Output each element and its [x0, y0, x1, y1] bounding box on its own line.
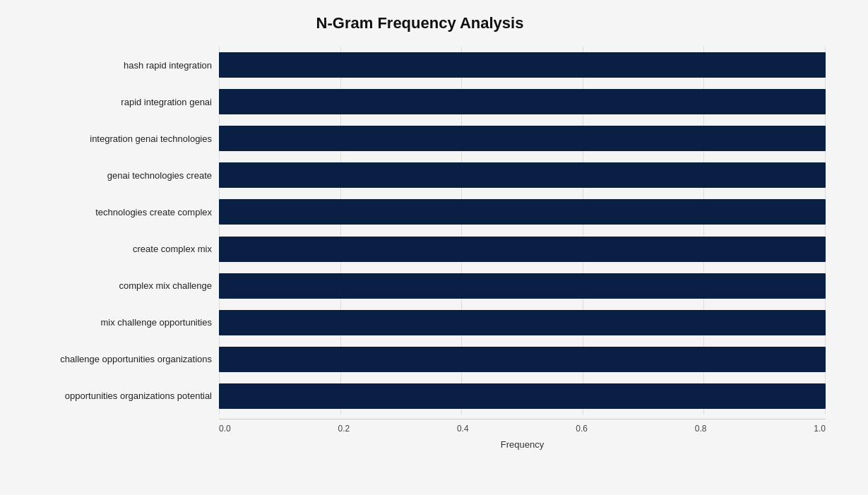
bar-label: opportunities organizations potential: [14, 390, 219, 401]
bar-row: genai technologies create: [14, 157, 826, 193]
bar-label: create complex mix: [14, 244, 219, 254]
bar-label: rapid integration genai: [14, 97, 219, 107]
bar-row: challenge opportunities organizations: [14, 341, 826, 378]
bar-wrapper: [219, 304, 826, 341]
chart-container: N-Gram Frequency Analysis hash rapid int…: [0, 0, 868, 495]
bar-label: technologies create complex: [14, 207, 219, 217]
bar-wrapper: [219, 157, 826, 193]
bar-row: technologies create complex: [14, 193, 826, 230]
bar-wrapper: [219, 120, 826, 157]
bar-wrapper: [219, 341, 826, 378]
bar-wrapper: [219, 47, 826, 83]
bar-row: opportunities organizations potential: [14, 378, 826, 415]
bar: [219, 383, 826, 409]
bar-label: challenge opportunities organizations: [14, 354, 219, 364]
x-tick-3: 0.6: [576, 424, 588, 434]
bar-row: hash rapid integration: [14, 47, 826, 83]
bar-row: mix challenge opportunities: [14, 304, 826, 341]
x-tick-0: 0.0: [219, 424, 231, 434]
x-axis-ticks: 0.0 0.2 0.4 0.6 0.8 1.0: [219, 424, 826, 434]
bar-wrapper: [219, 193, 826, 230]
x-axis-label: Frequency: [219, 439, 826, 450]
bar: [219, 162, 826, 188]
bar-wrapper: [219, 230, 826, 267]
bar: [219, 347, 826, 372]
x-tick-4: 0.8: [695, 424, 707, 434]
bar-wrapper: [219, 268, 826, 304]
bar-label: hash rapid integration: [14, 60, 219, 71]
bars-container: hash rapid integrationrapid integration …: [14, 47, 826, 415]
chart-title: N-Gram Frequency Analysis: [14, 14, 826, 32]
bar: [219, 237, 826, 262]
bar-label: integration genai technologies: [14, 133, 219, 144]
bar: [219, 199, 826, 225]
bar-label: mix challenge opportunities: [14, 317, 219, 328]
bar-wrapper: [219, 83, 826, 120]
x-axis: 0.0 0.2 0.4 0.6 0.8 1.0 Frequency: [219, 419, 826, 450]
bar-row: complex mix challenge: [14, 268, 826, 304]
bar: [219, 273, 826, 299]
bar: [219, 52, 826, 78]
bar-label: complex mix challenge: [14, 280, 219, 291]
x-tick-5: 1.0: [814, 424, 826, 434]
x-axis-line: [219, 419, 826, 419]
bar-label: genai technologies create: [14, 170, 219, 181]
bar-wrapper: [219, 378, 826, 415]
x-tick-2: 0.4: [457, 424, 469, 434]
chart-area: hash rapid integrationrapid integration …: [14, 47, 826, 415]
bar: [219, 126, 826, 151]
bar-row: integration genai technologies: [14, 120, 826, 157]
bar: [219, 310, 826, 335]
bar-row: create complex mix: [14, 230, 826, 267]
x-tick-1: 0.2: [338, 424, 350, 434]
bar: [219, 89, 826, 114]
bar-row: rapid integration genai: [14, 83, 826, 120]
